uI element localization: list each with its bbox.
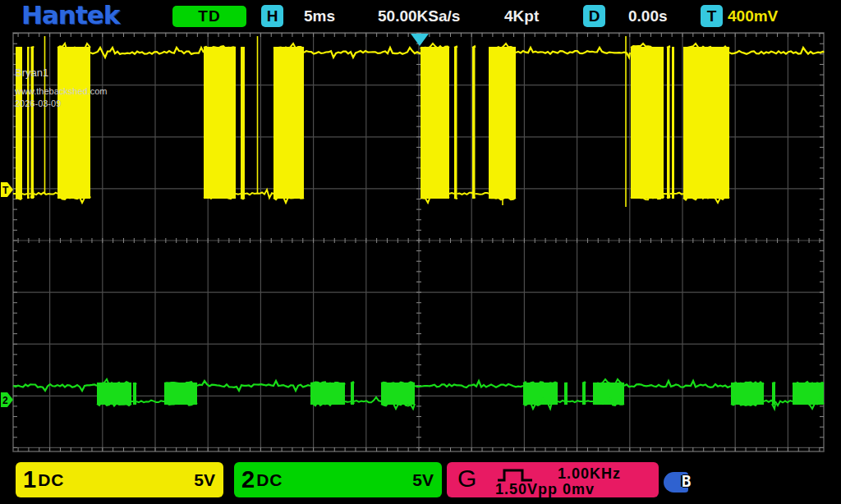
generator-amplitude: 1.50Vpp 0mv: [495, 481, 595, 498]
horizontal-menu-badge[interactable]: H: [261, 5, 283, 27]
ch1-coupling: DC: [38, 470, 64, 490]
ch1-number: 1: [23, 468, 36, 492]
brand-logo: Hantek: [21, 0, 119, 30]
ch2-volts-div: 5V: [412, 470, 434, 490]
trigger-status-badge[interactable]: TD: [172, 6, 246, 27]
watermark-date: 2026-03-09: [15, 99, 108, 108]
memory-depth-value: 4Kpt: [504, 7, 539, 25]
trigger-level-value: 400mV: [728, 7, 778, 25]
sample-rate-value: 50.00KSa/s: [378, 7, 460, 25]
ch2-number: 2: [241, 468, 255, 492]
usb-device-label: B: [682, 472, 691, 490]
status-bar: Hantek TD H 5ms 50.00KSa/s 4Kpt D 0.00s …: [0, 0, 841, 31]
generator-frequency: 1.00KHz: [558, 465, 621, 483]
trigger-menu-badge[interactable]: T: [701, 5, 723, 27]
watermark-url: www.thebackshed.com: [15, 87, 108, 96]
generator-label: G: [457, 465, 476, 493]
oscilloscope-screen: T2 Hantek TD H 5ms 50.00KSa/s 4Kpt D 0.0…: [0, 0, 841, 504]
generator-offset: 0mv: [563, 481, 595, 497]
generator-badge[interactable]: G 1.00KHz 1.50Vpp 0mv: [447, 462, 659, 497]
ch2-coupling: DC: [256, 470, 283, 490]
waveform-display: T2: [0, 0, 841, 504]
ch1-volts-div: 5V: [194, 470, 215, 490]
ch2-badge[interactable]: 2 DC 5V: [234, 462, 442, 497]
trigger-position-marker[interactable]: [411, 34, 429, 46]
delay-badge[interactable]: D: [583, 5, 605, 27]
watermark: Bryan1 www.thebackshed.com 2026-03-09: [15, 67, 108, 108]
generator-vpp: 1.50Vpp: [495, 481, 558, 497]
timebase-value: 5ms: [304, 7, 335, 25]
horizontal-offset-value: 0.00s: [628, 7, 668, 25]
ch1-badge[interactable]: 1 DC 5V: [16, 462, 223, 497]
watermark-author: Bryan1: [15, 67, 108, 78]
trigger-level-marker-label: T: [2, 185, 9, 196]
ch2-offset-marker-label: 2: [2, 395, 8, 406]
channel-bar: 1 DC 5V 2 DC 5V G 1.00KHz 1.50Vpp 0mv B: [0, 456, 841, 504]
